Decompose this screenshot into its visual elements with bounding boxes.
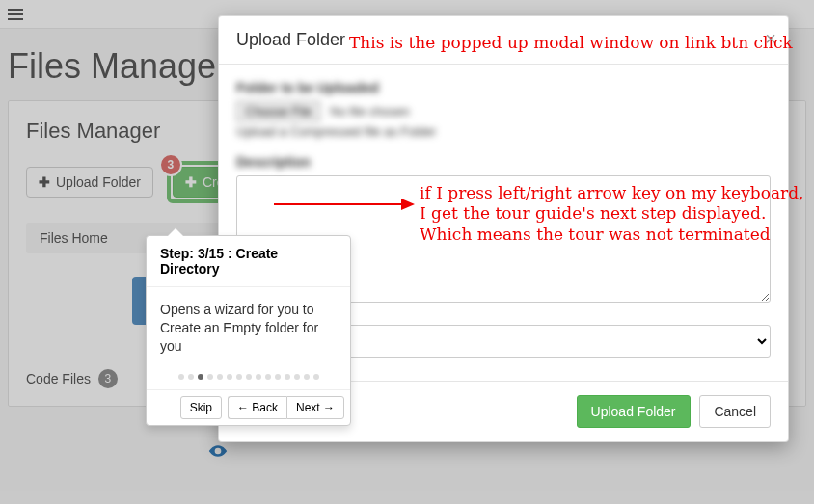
tour-title: Step: 3/15 : Create Directory — [147, 236, 350, 287]
cancel-button[interactable]: Cancel — [699, 395, 771, 428]
annotation-top: This is the popped up modal window on li… — [349, 33, 793, 52]
tour-back-button[interactable]: ← Back — [228, 396, 286, 419]
tour-dots — [147, 365, 350, 389]
helper-text: Upload a Compressed file as Folder — [236, 124, 771, 139]
svg-marker-1 — [401, 199, 415, 210]
annotation-side: if I press left/right arrow key on my ke… — [420, 183, 803, 245]
folder-label: Folder to be Uploaded — [236, 80, 379, 95]
tour-popover: Step: 3/15 : Create Directory Opens a wi… — [146, 235, 351, 426]
tour-body: Opens a wizard for you to Create an Empt… — [147, 287, 350, 365]
popover-arrow — [168, 228, 183, 236]
choose-file-button[interactable]: Choose File — [236, 101, 320, 121]
upload-submit-button[interactable]: Upload Folder — [577, 395, 691, 428]
no-file-text: No file chosen — [330, 104, 409, 119]
modal-title: Upload Folder — [236, 30, 345, 50]
annotation-arrow-icon — [272, 196, 415, 213]
tour-next-button[interactable]: Next → — [286, 396, 344, 419]
tour-skip-button[interactable]: Skip — [180, 396, 222, 419]
description-label: Description — [236, 154, 311, 170]
